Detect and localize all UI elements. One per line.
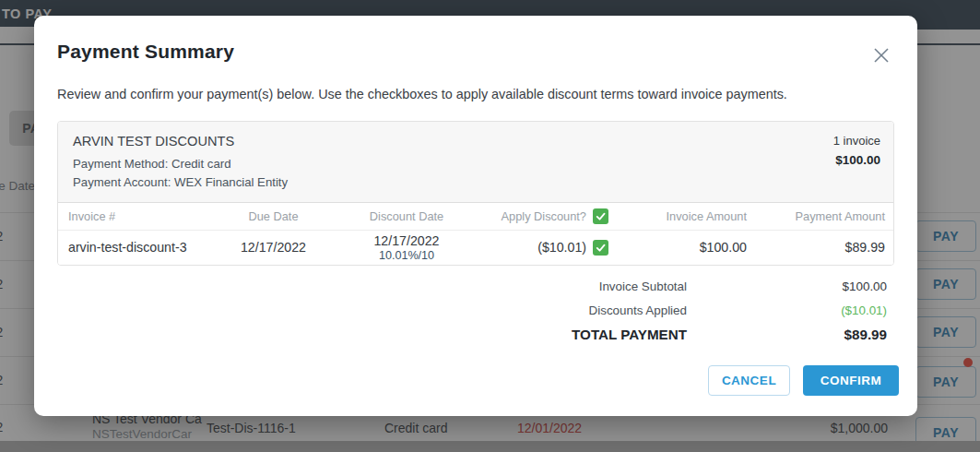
cell-payment-amount: $89.99 (747, 240, 885, 255)
cancel-button[interactable]: CANCEL (708, 365, 790, 396)
apply-discount-checkbox[interactable] (593, 240, 608, 256)
apply-all-discounts-checkbox[interactable] (593, 208, 608, 224)
invoice-count: 1 invoice (833, 134, 880, 148)
vendor-name: ARVIN TEST DISCOUNTS (73, 134, 288, 149)
header-due-date: Due Date (230, 209, 317, 223)
payment-method: Payment Method: Credit card (73, 155, 288, 173)
cell-invoice-number: arvin-test-discount-3 (68, 240, 230, 255)
subtotal-label: Invoice Subtotal (599, 275, 687, 299)
cell-discount-amount: ($10.01) (537, 240, 586, 255)
subtotal-value: $100.00 (687, 275, 887, 299)
close-icon[interactable] (872, 46, 891, 65)
discounts-applied-value: ($10.01) (687, 299, 887, 323)
confirm-button[interactable]: CONFIRM (803, 365, 899, 396)
invoice-table-header: Invoice # Due Date Discount Date Apply D… (58, 202, 893, 230)
header-apply-discount: Apply Discount? (502, 209, 586, 223)
total-payment-value: $89.99 (687, 323, 887, 347)
dialog-title: Payment Summary (57, 41, 234, 63)
header-payment-amount: Payment Amount (747, 209, 885, 223)
payment-account: Payment Account: WEX Financial Entity (73, 173, 288, 192)
vendor-summary: ARVIN TEST DISCOUNTS Payment Method: Cre… (58, 122, 893, 202)
total-payment-label: TOTAL PAYMENT (572, 323, 687, 347)
header-invoice: Invoice # (68, 209, 230, 223)
group-total: $100.00 (833, 153, 880, 167)
cell-due-date: 12/17/2022 (230, 240, 317, 255)
totals-summary: Invoice Subtotal $100.00 Discounts Appli… (572, 275, 887, 347)
cell-discount-date: 12/17/2022 (317, 233, 496, 248)
discounts-applied-label: Discounts Applied (589, 299, 687, 323)
cell-discount-terms: 10.01%/10 (317, 249, 496, 262)
payment-summary-dialog: Payment Summary Review and confirm your … (34, 16, 917, 416)
cell-invoice-amount: $100.00 (608, 240, 747, 255)
payment-group-panel: ARVIN TEST DISCOUNTS Payment Method: Cre… (57, 121, 894, 266)
header-discount-date: Discount Date (317, 209, 496, 223)
invoice-row: arvin-test-discount-3 12/17/2022 12/17/2… (58, 230, 893, 265)
header-invoice-amount: Invoice Amount (608, 209, 747, 223)
dialog-description: Review and confirm your payment(s) below… (57, 87, 787, 101)
